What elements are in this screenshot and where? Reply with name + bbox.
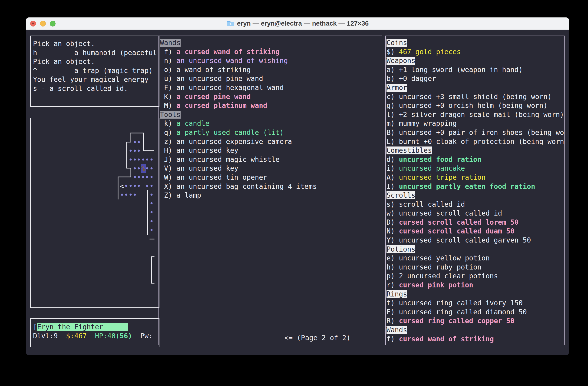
menu-item-A[interactable]: A) uncursed tripe ration	[386, 173, 485, 181]
dungeon-map: %<	[31, 118, 159, 307]
menu-item-q[interactable]: q) a partly used candle (lit)	[160, 129, 284, 136]
menu-item-w[interactable]: w) uncursed scroll called id	[386, 209, 502, 217]
menu-item-d[interactable]: d) uncursed food ration	[386, 156, 482, 163]
floor-dot	[134, 159, 136, 161]
menu-item-i[interactable]: i) uncursed pancake	[386, 164, 465, 172]
floor-dot	[134, 150, 136, 152]
menu-header: Wands	[160, 39, 181, 47]
menu-item-V[interactable]: V) an uncursed key	[160, 164, 238, 172]
menu-item-h[interactable]: h) uncursed ruby potion	[386, 263, 482, 271]
floor-dot	[121, 194, 123, 196]
window-title-group: eryn — eryn@electra — nethack — 127×36	[226, 20, 369, 27]
menu-item-c[interactable]: c) uncursed +3 small shield (being worn)	[386, 93, 551, 101]
menu-item-B[interactable]: B) uncursed +0 pair of iron shoes (being…	[386, 129, 564, 136]
floor-dot	[134, 176, 136, 178]
menu-items-page2: Wands f) a cursed wand of striking n) an…	[159, 36, 382, 200]
menu-item-W[interactable]: W) an uncursed tin opener	[160, 173, 267, 181]
menu-item-Z[interactable]: Z) a lamp	[160, 191, 201, 199]
map-wall	[151, 257, 154, 283]
floor-dot	[125, 194, 127, 196]
close-button[interactable]	[30, 21, 36, 26]
menu-item-R[interactable]: R) cursed ring called copper 50	[386, 317, 515, 325]
page-indicator: <= (Page 2 of 2)	[284, 333, 351, 343]
menu-item-D[interactable]: D) cursed scroll called lorem 50	[386, 218, 519, 226]
traffic-lights	[30, 18, 56, 30]
floor-dot	[151, 167, 153, 170]
status-lines: [Eryn the Fighter Dlvl:9 $:467 HP:40(56)…	[31, 319, 159, 341]
menu-item-Y[interactable]: Y) uncursed scroll called garven 50	[386, 236, 531, 244]
menu-item-e[interactable]: e) uncursed yellow potion	[386, 254, 490, 262]
menu-header: Potions	[386, 245, 415, 253]
floor-dot	[134, 167, 136, 170]
message-lines: Pick an object. h a humanoid (peaceful P…	[31, 36, 159, 93]
floor-dot	[130, 159, 132, 161]
inventory-menu-page2: Wands f) a cursed wand of striking n) an…	[159, 36, 382, 345]
menu-item-l[interactable]: l) +2 silver dragon scale mail (being wo…	[386, 111, 564, 119]
menu-header: Rings	[386, 290, 407, 298]
message-window: Pick an object. h a humanoid (peaceful P…	[30, 36, 159, 107]
floor-dot	[146, 167, 148, 170]
floor-dot	[151, 185, 153, 187]
menu-item-H[interactable]: H) an uncursed key	[160, 147, 238, 154]
menu-item-K[interactable]: K) a cursed pine wand	[160, 93, 251, 101]
floor-dot	[125, 185, 127, 187]
menu-item-f[interactable]: f) cursed wand of striking	[386, 335, 494, 343]
menu-item-I[interactable]: I) uncursed partly eaten food ration	[386, 183, 535, 191]
menu-item-n[interactable]: n) an uncursed wand of wishing	[160, 57, 288, 65]
menu-item-k[interactable]: k) a candle	[160, 120, 210, 128]
menu-item-N[interactable]: N) cursed scroll called duam 50	[386, 227, 515, 235]
floor-dot	[130, 194, 132, 196]
menu-item-L[interactable]: L) burnt +0 cloak of protection (being w…	[386, 138, 564, 146]
menu-item-M[interactable]: M) a cursed platinum wand	[160, 102, 267, 109]
inventory-menu-full: Coins $) 467 gold pieces Weapons a) +1 l…	[385, 36, 565, 345]
titlebar[interactable]: eryn — eryn@electra — nethack — 127×36	[26, 18, 569, 30]
menu-item-u[interactable]: u) an uncursed pine wand	[160, 75, 263, 83]
floor-dot	[138, 176, 140, 178]
menu-item-a[interactable]: a) +1 long sword (weapon in hand)	[386, 66, 523, 74]
floor-dot	[151, 202, 153, 204]
menu-item-s[interactable]: s) scroll called id	[386, 200, 465, 208]
floor-dot	[142, 176, 144, 178]
menu-items-full: Coins $) 467 gold pieces Weapons a) +1 l…	[386, 36, 564, 343]
menu-header: Wands	[386, 326, 407, 334]
menu-item-g[interactable]: g) uncursed +0 orcish helm (being worn)	[386, 102, 547, 109]
menu-item-J[interactable]: J) an uncursed magic whistle	[160, 156, 280, 163]
menu-item-X[interactable]: X) an uncursed bag containing 4 items	[160, 183, 317, 191]
floor-dot	[138, 167, 140, 170]
terminal-window: eryn — eryn@electra — nethack — 127×36 P…	[26, 18, 569, 355]
menu-item-b[interactable]: b) +0 dagger	[386, 75, 436, 83]
floor-dot	[146, 159, 148, 161]
floor-dot	[146, 185, 148, 187]
floor-dot	[138, 159, 140, 161]
menu-item-f[interactable]: f) a cursed wand of striking	[160, 48, 280, 56]
food-item-glyph: %	[141, 165, 146, 173]
floor-dot	[138, 141, 140, 143]
menu-item-o[interactable]: o) a wand of striking	[160, 66, 251, 74]
floor-dot	[151, 211, 153, 213]
folder-icon	[226, 20, 235, 27]
menu-item-t[interactable]: t) uncursed ring called ivory 150	[386, 299, 523, 307]
floor-dot	[151, 229, 153, 231]
menu-item-$[interactable]: $) 467 gold pieces	[386, 48, 461, 56]
floor-dot	[151, 159, 153, 161]
map-window: %<	[30, 118, 159, 308]
menu-header: Armor	[386, 84, 407, 92]
menu-item-r[interactable]: r) cursed pink potion	[386, 281, 473, 289]
floor-dot	[142, 159, 144, 161]
floor-dot	[151, 176, 153, 178]
floor-dot	[134, 194, 136, 196]
menu-item-E[interactable]: E) uncursed ring called diamond 50	[386, 308, 527, 316]
window-title: eryn — eryn@electra — nethack — 127×36	[237, 20, 369, 27]
zoom-button[interactable]	[50, 21, 56, 26]
menu-header: Weapons	[386, 57, 415, 65]
menu-item-p[interactable]: p) 2 uncursed clear potions	[386, 272, 498, 280]
floor-dot	[134, 185, 136, 187]
minimize-button[interactable]	[40, 21, 46, 26]
floor-dot	[134, 141, 136, 143]
menu-item-z[interactable]: z) an uncursed expensive camera	[160, 138, 292, 146]
menu-header: Coins	[386, 39, 407, 47]
menu-item-m[interactable]: m) mummy wrapping	[386, 120, 457, 128]
menu-item-F[interactable]: F) an uncursed hexagonal wand	[160, 84, 284, 92]
status-window: [Eryn the Fighter Dlvl:9 $:467 HP:40(56)…	[30, 318, 159, 347]
terminal-screen[interactable]: Pick an object. h a humanoid (peaceful P…	[26, 30, 569, 355]
